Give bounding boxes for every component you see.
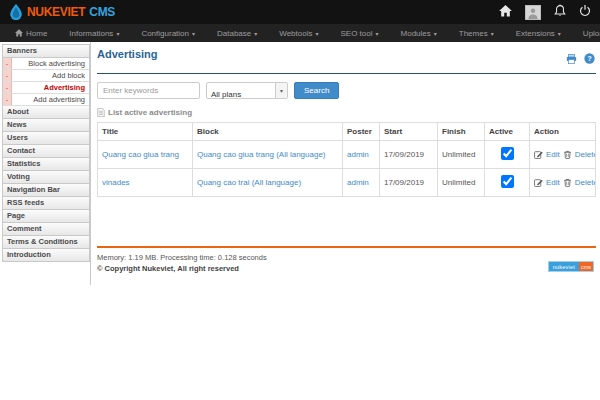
svg-text:?: ? [587,55,591,62]
badge-left-label: nukeviet [549,262,579,271]
col-header-start: Start [380,123,438,141]
col-header-block: Block [193,123,343,141]
nav-item-themes[interactable]: Themes▾ [448,29,505,38]
chevron-down-icon: ▾ [491,30,494,37]
dash-marker-icon: - [3,82,12,93]
dash-marker-icon: - [3,70,12,81]
sidebar-item-about[interactable]: About [3,106,89,119]
main-panel: Advertising ? All plans ▾ Search List ac… [91,42,600,285]
plan-select[interactable]: All plans [207,87,287,102]
notifications-bell-icon[interactable] [554,3,566,21]
search-input[interactable] [97,82,200,99]
sidebar-item-navigation-bar[interactable]: Navigation Bar [3,184,89,197]
help-icon[interactable]: ? [584,50,595,68]
footer-divider [97,246,596,248]
chevron-down-icon: ▾ [192,30,195,37]
ad-title-link[interactable]: vinades [102,178,130,187]
nav-item-label: Modules [401,29,431,38]
admin-footer: Memory: 1.19 MB. Processing time: 0.128 … [97,246,596,274]
delete-trash-icon[interactable] [563,178,572,187]
sidebar-item-add-block[interactable]: - Add block [3,70,89,82]
sidebar-menu: Banners - Block advertising - Add block … [2,44,90,262]
sidebar-item-advertising[interactable]: - Advertising [3,82,89,94]
sidebar-item-voting[interactable]: Voting [3,171,89,184]
sidebar-item-terms-conditions[interactable]: Terms & Conditions [3,236,89,249]
nukeviet-badge[interactable]: nukeviet cms [548,261,594,272]
sidebar-item-introduction[interactable]: Introduction [3,249,89,262]
sidebar: Banners - Block advertising - Add block … [0,42,91,285]
logo-name: NUKEVIET [27,5,85,19]
memory-status: Memory: 1.19 MB. Processing time: 0.128 … [97,253,596,264]
avatar[interactable] [525,5,541,20]
nukeviet-logo[interactable]: NUKEVIETCMS [9,4,115,20]
edit-link[interactable]: Edit [546,150,560,159]
nav-item-seo-tool[interactable]: SEO tool▾ [329,29,389,38]
edit-pencil-icon[interactable] [534,150,543,159]
sidebar-item-page[interactable]: Page [3,210,89,223]
sidebar-item-comment[interactable]: Comment [3,223,89,236]
sidebar-item-contact[interactable]: Contact [3,145,89,158]
finish-date: Unlimited [438,141,485,169]
edit-pencil-icon[interactable] [534,178,543,187]
advertising-table: Title Block Poster Start Finish Active A… [97,122,596,197]
chevron-down-icon: ▾ [376,30,379,37]
finish-date: Unlimited [438,169,485,197]
delete-link[interactable]: Delete [575,178,596,187]
search-button[interactable]: Search [294,82,339,99]
sidebar-item-banners[interactable]: Banners [3,45,89,58]
page-title: Advertising [97,48,158,60]
chevron-down-icon: ▾ [116,30,119,37]
topbar-icon-group [499,3,591,21]
table-row: vinades Quang cao trai (All language) ad… [98,169,596,197]
sidebar-item-block-advertising[interactable]: - Block advertising [3,58,89,70]
nav-item-upload[interactable]: Upload▾ [572,29,600,38]
chevron-down-icon: ▾ [558,30,561,37]
ad-title-link[interactable]: Quang cao giua trang [102,150,179,159]
plan-select-wrap: All plans ▾ [206,82,288,99]
nav-item-label: Home [26,29,47,38]
content-area: Banners - Block advertising - Add block … [0,42,600,285]
ad-block-link[interactable]: Quang cao trai (All language) [197,178,301,187]
sidebar-sub-label: Advertising [12,82,89,93]
site-home-icon[interactable] [499,3,512,21]
topbar: NUKEVIETCMS [0,0,600,24]
main-navbar: Home Informations▾ Configuration▾ Databa… [0,24,600,42]
active-checkbox[interactable] [501,147,514,160]
nav-item-label: Themes [459,29,488,38]
nukeviet-drop-icon [9,4,23,20]
sidebar-item-news[interactable]: News [3,119,89,132]
sidebar-item-rss-feeds[interactable]: RSS feeds [3,197,89,210]
logout-power-icon[interactable] [579,3,591,21]
table-caption-label: List active advertising [108,108,192,117]
ad-block-link[interactable]: Quang cao giua trang (All language) [197,150,326,159]
dash-marker-icon: - [3,58,12,69]
delete-trash-icon[interactable] [563,150,572,159]
col-header-action: Action [530,123,596,141]
start-date: 17/09/2019 [380,141,438,169]
print-icon[interactable] [566,50,577,68]
page-header-icons: ? [566,48,595,68]
nav-item-home[interactable]: Home [4,29,58,38]
table-caption: List active advertising [97,108,596,117]
nav-item-extensions[interactable]: Extensions▾ [505,29,572,38]
sidebar-item-statistics[interactable]: Statistics [3,158,89,171]
logo-suffix: CMS [89,5,115,19]
poster-link[interactable]: admin [347,150,369,159]
nav-item-informations[interactable]: Informations▾ [58,29,130,38]
table-row: Quang cao giua trang Quang cao giua tran… [98,141,596,169]
home-icon [15,29,23,37]
nav-item-configuration[interactable]: Configuration▾ [130,29,206,38]
chevron-down-icon: ▾ [434,30,437,37]
edit-link[interactable]: Edit [546,178,560,187]
copyright-text: © Copyright Nukeviet, All right reserved [97,264,596,275]
nav-item-webtools[interactable]: Webtools▾ [268,29,329,38]
active-checkbox[interactable] [501,175,514,188]
delete-link[interactable]: Delete [575,150,596,159]
nav-item-database[interactable]: Database▾ [206,29,268,38]
sidebar-item-add-advertising[interactable]: - Add advertising [3,94,89,106]
row-actions: Edit Delete [534,178,591,187]
nav-item-modules[interactable]: Modules▾ [390,29,448,38]
sidebar-item-users[interactable]: Users [3,132,89,145]
start-date: 17/09/2019 [380,169,438,197]
poster-link[interactable]: admin [347,178,369,187]
